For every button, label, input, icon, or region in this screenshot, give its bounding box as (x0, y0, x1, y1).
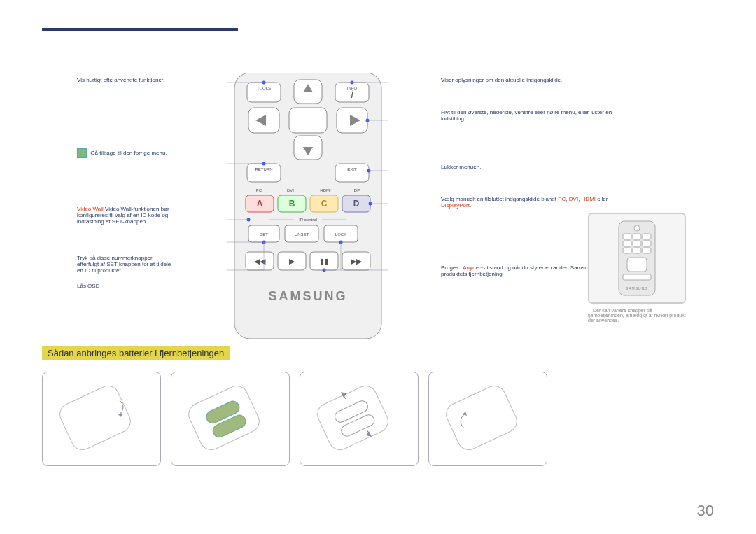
unset-button-text: UNSET (295, 232, 309, 237)
side-note-text: ―Der kan variere knapper på fjernbetjeni… (588, 308, 686, 323)
battery-section-heading: Sådan anbringes batterier i fjernbetjeni… (42, 346, 230, 360)
remote-control-diagram: TOOLS INFO i RETURN EXIT (182, 73, 434, 339)
b-button-text: B (289, 199, 295, 209)
nav-annotation: Flyt til den øverste, nederste, venstre … (441, 109, 612, 122)
ir-control-label: IR control (299, 218, 317, 222)
side-remote-figure: SAMSUNG ―Der kan variere knapper på fjer… (588, 213, 686, 323)
svg-rect-12 (289, 108, 327, 133)
video-wall-red-text: Video Wall (77, 206, 104, 212)
svg-rect-13 (247, 164, 281, 182)
dp-label: DP (354, 188, 360, 192)
svg-rect-65 (627, 258, 647, 272)
d-button-text: D (354, 199, 360, 209)
svg-text:▮▮: ▮▮ (320, 257, 328, 265)
svg-rect-60 (633, 241, 641, 246)
pc-label: PC (256, 188, 262, 192)
svg-rect-66 (623, 274, 651, 280)
battery-steps-row (42, 372, 714, 466)
svg-marker-77 (366, 431, 372, 437)
svg-rect-63 (633, 248, 641, 253)
svg-rect-14 (335, 164, 369, 182)
brand-text: SAMSUNG (268, 289, 347, 303)
battery-step-1 (42, 372, 161, 466)
svg-rect-68 (56, 382, 134, 453)
source-annotation: Vælg manuelt en tilsluttet indgangskilde… (441, 196, 608, 209)
battery-step-3 (300, 372, 419, 466)
hdmi-label: HDMI (320, 188, 331, 192)
svg-rect-64 (643, 248, 651, 253)
svg-text:▶▶: ▶▶ (351, 257, 363, 265)
info-annotation: Viser oplysninger om den aktuelle indgan… (441, 77, 562, 83)
lock-button-text: LOCK (335, 232, 346, 237)
dvi-label: DVI (287, 188, 294, 192)
svg-rect-73 (314, 382, 391, 453)
set-button-text: SET (260, 232, 268, 237)
return-button-text: RETURN (255, 167, 273, 171)
svg-rect-58 (643, 234, 651, 239)
svg-rect-59 (623, 241, 631, 246)
svg-rect-57 (633, 234, 641, 239)
svg-text:SAMSUNG: SAMSUNG (626, 286, 648, 290)
return-annotation: Gå tilbage til den forrige menu. (90, 150, 167, 156)
a-button-text: A (257, 199, 263, 209)
exit-button-text: EXIT (347, 167, 357, 171)
svg-rect-78 (442, 382, 520, 453)
svg-rect-56 (623, 234, 631, 239)
svg-text:◀◀: ◀◀ (254, 257, 266, 265)
svg-rect-61 (643, 241, 651, 246)
lock-annotation: Lås OSD (77, 283, 99, 289)
page-number: 30 (697, 502, 714, 520)
tools-button-text: TOOLS (257, 86, 271, 90)
left-annotations-column: Vis hurtigt ofte anvendte funktioner. Gå… (42, 73, 182, 339)
c-button-text: C (321, 199, 328, 209)
svg-text:▶: ▶ (289, 257, 295, 265)
battery-step-2 (171, 372, 290, 466)
svg-point-55 (634, 225, 640, 231)
set-annotation: Tryk på disse nummerknapper efterfulgt a… (77, 255, 171, 274)
tools-annotation: Vis hurtigt ofte anvendte funktioner. (77, 77, 164, 83)
svg-rect-62 (623, 248, 631, 253)
battery-step-4 (428, 372, 547, 466)
svg-marker-76 (341, 392, 346, 398)
exit-annotation: Lukker menuen. (441, 164, 481, 170)
id-control-annotation: Video Wall Video Wall-funktionen bør kon… (77, 206, 169, 225)
return-green-indicator-icon (77, 148, 87, 158)
